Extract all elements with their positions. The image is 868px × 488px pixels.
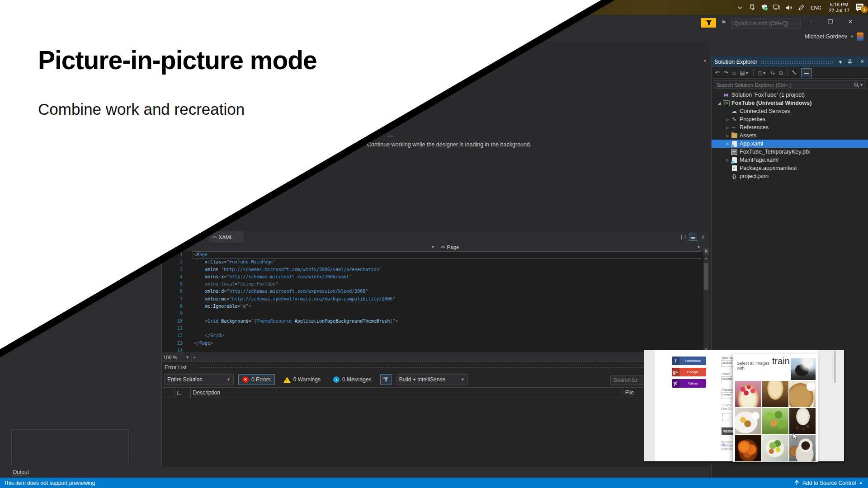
pending-changes-icon[interactable]: ◷▼: [758, 70, 766, 76]
captcha-image-orange-basket[interactable]: [735, 435, 761, 461]
speaker-icon[interactable]: [785, 4, 793, 12]
close-icon[interactable]: ✕: [859, 59, 866, 65]
code-line-9[interactable]: 9: [161, 310, 703, 317]
legal-link[interactable]: IGN User: [721, 444, 733, 447]
window-position-icon[interactable]: ▼: [837, 59, 844, 65]
notification-center-icon[interactable]: 1: [855, 3, 865, 12]
pip-scrollbar[interactable]: [834, 351, 836, 383]
network-icon[interactable]: [773, 4, 781, 12]
breadcrumb-left-segment[interactable]: ▼: [161, 243, 438, 251]
language-indicator[interactable]: ENG: [809, 5, 823, 10]
password-field[interactable]: ••••••••: [721, 392, 733, 399]
vertical-split-button[interactable]: ❘❘: [679, 233, 687, 241]
code-editor[interactable]: 1<Page2 x:Class="FoxTube.MainPage"3 xmln…: [161, 251, 703, 352]
tree-item-app-xaml[interactable]: ▷App.xaml: [712, 140, 868, 148]
errors-filter-button[interactable]: ✕ 0 Errors: [238, 374, 275, 385]
expander-icon[interactable]: ▷: [725, 126, 730, 130]
pip-window[interactable]: fFacebookg+Googley!Yahoo Userna dr.dool …: [644, 350, 845, 463]
expander-icon[interactable]: ▷: [725, 142, 730, 146]
usb-icon[interactable]: [748, 4, 756, 12]
expander-icon[interactable]: ▷: [725, 158, 730, 162]
user-menu[interactable]: Michael Gordeev ▼: [769, 32, 863, 42]
scrollbar-thumb[interactable]: [704, 263, 708, 290]
clear-filter-button[interactable]: [380, 374, 392, 385]
captcha-image-coffee-beans[interactable]: [789, 408, 816, 434]
add-to-source-control-button[interactable]: Add to Source Control ▲: [794, 480, 863, 486]
pin-icon[interactable]: [848, 59, 855, 65]
code-line-12[interactable]: 12 </Grid>: [161, 332, 703, 339]
captcha-image-dessert-glass[interactable]: [762, 381, 788, 407]
vertical-scrollbar[interactable]: ⇅ ▲ ▼: [703, 251, 709, 352]
minimize-button[interactable]: ─: [804, 17, 817, 27]
email-field[interactable]: doolitle: [721, 376, 733, 383]
code-line-7[interactable]: 7 xmlns:mc="http://schemas.openxmlformat…: [161, 296, 703, 303]
icon-column-header[interactable]: [175, 388, 191, 398]
captcha-image-pancakes-coffee[interactable]: [789, 381, 816, 407]
build-filter-dropdown[interactable]: Build + IntelliSense ▼: [396, 374, 468, 385]
panel-grip[interactable]: [198, 366, 695, 369]
quick-launch-box[interactable]: [731, 19, 801, 28]
google-login-button[interactable]: g+Google: [672, 368, 706, 376]
code-line-3[interactable]: 3 xmlns="http://schemas.microsoft.com/wi…: [161, 266, 703, 273]
clock[interactable]: 5:16 PM 22-Jul-17: [827, 2, 851, 14]
expander-icon[interactable]: ▷: [725, 134, 730, 138]
captcha-image-breakfast-plate[interactable]: [735, 408, 761, 434]
code-line-5[interactable]: 5 xmlns:local="using:FoxTube": [161, 281, 703, 288]
dock-collapse-icon[interactable]: ◂: [703, 58, 706, 63]
forward-icon[interactable]: ↷: [724, 70, 728, 76]
captcha-image-green-salad[interactable]: [762, 408, 788, 434]
tree-item-mainpage-xaml[interactable]: ▷MainPage.xaml: [712, 156, 868, 164]
captcha-checkbox[interactable]: [722, 413, 730, 421]
code-line-14[interactable]: 14: [161, 347, 703, 352]
scope-dropdown[interactable]: Entire Solution ▼: [164, 374, 234, 385]
tree-item-foxtube-universal-windows[interactable]: ◢C#FoxTube (Universal Windows): [712, 99, 868, 107]
description-column-header[interactable]: Description: [191, 388, 623, 398]
restore-button[interactable]: ❐: [824, 17, 837, 27]
scroll-up-icon[interactable]: ▲: [703, 256, 709, 261]
quick-launch-input[interactable]: [731, 20, 804, 27]
captcha-image-salad-plate[interactable]: [762, 435, 788, 461]
newsletter-option[interactable]: ☐ Get I: [721, 404, 733, 407]
defender-shield-icon[interactable]: [760, 4, 769, 12]
tree-item-package-appxmanifest[interactable]: Package.appxmanifest: [712, 164, 868, 172]
back-icon[interactable]: ↶: [715, 70, 720, 76]
scroll-left-icon[interactable]: ▲: [192, 355, 197, 360]
collapse-pane-button[interactable]: ⇟: [699, 233, 707, 241]
screen-capture-filter-button[interactable]: [701, 18, 716, 28]
hidden-icons-chevron-icon[interactable]: [736, 4, 744, 12]
wrench-icon[interactable]: 🔧︎: [792, 70, 797, 76]
tree-item-solution-foxtube-1-project[interactable]: ⧓Solution 'FoxTube' (1 project): [712, 91, 868, 99]
solution-explorer-search[interactable]: Search Solution Explorer (Ctrl+;) ▼: [714, 80, 866, 89]
code-line-6[interactable]: 6 xmlns:d="http://schemas.microsoft.com/…: [161, 288, 703, 295]
feedback-icon[interactable]: ⚑: [720, 19, 728, 26]
pen-icon[interactable]: [797, 4, 805, 12]
tab-xaml[interactable]: <> XAML: [209, 231, 243, 243]
register-button[interactable]: REGIS: [722, 427, 733, 435]
tree-item-foxtube-temporarykey-pfx[interactable]: 🔑︎FoxTube_TemporaryKey.pfx: [712, 148, 868, 156]
messages-filter-button[interactable]: i 0 Messages: [329, 374, 376, 385]
tree-item-assets[interactable]: ▷Assets: [712, 131, 868, 140]
breadcrumb-page-segment[interactable]: <> Page ▼: [438, 243, 703, 251]
code-line-10[interactable]: 10 <Grid Background="{ThemeResource Appl…: [161, 318, 703, 325]
preview-selected-items-button[interactable]: ▬: [801, 68, 812, 77]
expander-icon[interactable]: ▷: [725, 117, 730, 122]
code-line-11[interactable]: 11: [161, 325, 703, 332]
code-line-2[interactable]: 2 x:Class="FoxTube.MainPage": [161, 258, 703, 266]
code-line-8[interactable]: 8 mc:Ignorable="d">: [161, 303, 703, 310]
facebook-login-button[interactable]: fFacebook: [672, 357, 706, 365]
tree-item-references[interactable]: ▷▪▫References: [712, 123, 868, 131]
properties-pages-icon[interactable]: ⧉: [779, 70, 783, 76]
tree-item-properties[interactable]: ▷🔧︎Properties: [712, 115, 868, 123]
code-line-1[interactable]: 1<Page: [161, 251, 703, 258]
code-line-13[interactable]: 13</Page>: [161, 340, 703, 347]
captcha-image-strawberry-cake[interactable]: [735, 381, 761, 407]
tree-item-connected-services[interactable]: ☁Connected Services: [712, 107, 868, 115]
zoom-selector[interactable]: 100 % ▼: [161, 353, 192, 361]
horizontal-split-button[interactable]: ▬: [689, 233, 697, 241]
tree-item-project-json[interactable]: {}project.json: [712, 172, 868, 180]
severity-column-header[interactable]: [162, 388, 175, 398]
username-field[interactable]: dr.dool: [721, 360, 733, 367]
yahoo-login-button[interactable]: y!Yahoo: [672, 379, 706, 388]
solution-explorer-titlebar[interactable]: Solution Explorer ▼ ✕: [712, 56, 868, 67]
split-editor-handle[interactable]: ⇅: [703, 248, 709, 255]
